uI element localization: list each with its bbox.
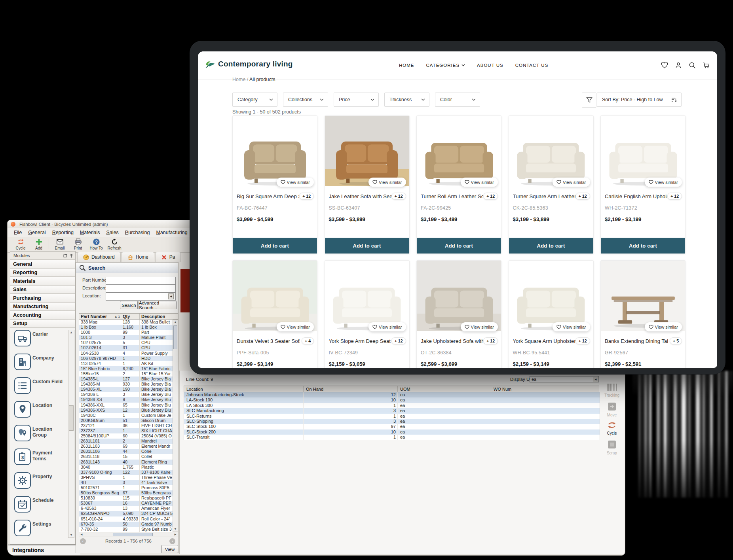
sidebar-item-location-group[interactable]: Location Group: [10, 425, 67, 445]
table-row[interactable]: 2631L103 69 Element Mandr: [79, 444, 173, 449]
view-similar-button[interactable]: View similar: [645, 322, 682, 331]
parts-vertical-scrollbar[interactable]: ▲ ▼: [173, 320, 178, 532]
table-row[interactable]: 101-3 3 Mature Plant -: [79, 335, 173, 340]
table-row[interactable]: 670-35 50 Grade 97 Numb: [79, 522, 173, 527]
table-row[interactable]: 19438C 1 Custom Bike Je: [79, 413, 173, 418]
table-row[interactable]: 651-010-24 4.93333 Roll Color - 24": [79, 516, 173, 522]
variant-count-badge[interactable]: + 12: [299, 193, 314, 200]
table-row[interactable]: 4IT 3 4" Tank Valve: [79, 480, 173, 485]
variant-count-badge[interactable]: + 4: [302, 337, 314, 344]
module-list-item[interactable]: General: [10, 260, 75, 269]
variant-count-badge[interactable]: + 12: [667, 193, 682, 200]
parts-table-header[interactable]: Part Number ▲ 1 Qty Description: [79, 313, 178, 320]
table-row[interactable]: 104-2538 4 Power Supply: [79, 351, 173, 356]
product-card[interactable]: View similar Turner Roll Arm Leather Sof…: [416, 115, 501, 254]
table-row[interactable]: 15Blue15 2 15" Blue 15 Yar: [79, 371, 173, 376]
advanced-search-button[interactable]: Advanced Search...: [139, 301, 177, 309]
table-row[interactable]: SLC-Transit 1 ea: [184, 435, 600, 440]
variant-count-badge[interactable]: + 12: [575, 193, 590, 200]
view-similar-button[interactable]: View similar: [553, 178, 590, 187]
menu-item[interactable]: File: [11, 230, 25, 235]
cycle-button[interactable]: Cycle: [601, 421, 623, 435]
product-title[interactable]: York Slope Arm Deep Seat Slipc...: [329, 338, 391, 344]
table-row[interactable]: 194386-XS 9 Bike Jersey Blu: [79, 397, 173, 402]
parts-horizontal-scrollbar[interactable]: ◄ ►: [79, 532, 178, 537]
tab-part[interactable]: Pa: [155, 252, 181, 262]
scroll-up-icon[interactable]: ▲: [68, 330, 74, 335]
scroll-down-icon[interactable]: ▼: [68, 533, 74, 537]
sidebar-item-property[interactable]: Property: [10, 472, 67, 493]
product-title[interactable]: Jake Upholstered Sofa with Sea...: [421, 338, 483, 344]
inventory-table-header[interactable]: Location On Hand UOM WO Num: [184, 386, 599, 392]
table-row[interactable]: SLC-Shipping 3 ea: [184, 419, 600, 424]
table-row[interactable]: 194385-XL 190 Bike Jersey Bla: [79, 387, 173, 392]
sidebar-item-carrier[interactable]: Carrier: [10, 330, 67, 350]
module-list-item[interactable]: Setup: [10, 320, 75, 328]
sidebar-item-schedule[interactable]: Schedule: [10, 496, 67, 516]
table-row[interactable]: 6-42563 13 American Flyer: [79, 506, 173, 511]
product-title[interactable]: York Square Arm Upholstered S...: [513, 338, 575, 344]
scrollbar-thumb[interactable]: [113, 533, 153, 536]
table-row[interactable]: 2631L143 40 Element Ring: [79, 460, 173, 465]
product-card[interactable]: View similar Jake Upholstered Sofa with …: [416, 260, 501, 368]
view-similar-button[interactable]: View similar: [553, 322, 590, 331]
variant-count-badge[interactable]: + 12: [391, 337, 406, 344]
scroll-right-icon[interactable]: ►: [173, 532, 178, 537]
table-row[interactable]: 510830 115 Realspace® PF: [79, 496, 173, 501]
pin-icon[interactable]: [69, 254, 74, 258]
view-similar-button[interactable]: View similar: [368, 178, 406, 187]
table-row[interactable]: 200KGDrum 51 Silicon Drum: [79, 418, 173, 423]
sidebar-item-settings[interactable]: Settings: [10, 520, 67, 540]
table-row[interactable]: 338 Mag 128 338 Mag Bullet: [79, 320, 173, 325]
table-row[interactable]: Johnson Manufacturing-Stock 12 ea: [184, 392, 600, 397]
table-row[interactable]: 194386-L 3 Bike Jersey Blu: [79, 392, 173, 397]
add-to-cart-button[interactable]: Add to cart: [509, 238, 593, 254]
table-row[interactable]: 194386-XXL 65 Bike Jersey Blu: [79, 403, 173, 408]
variant-count-badge[interactable]: + 12: [575, 337, 590, 344]
product-card[interactable]: View similar Banks Extending Dining Tabl…: [600, 260, 686, 368]
product-card[interactable]: View similar Turner Square Arm Leather S…: [509, 115, 594, 254]
view-similar-button[interactable]: View similar: [277, 178, 314, 187]
product-title[interactable]: Turner Roll Arm Leather Sofa: [421, 193, 483, 199]
product-card[interactable]: View similar York Square Arm Upholstered…: [509, 260, 594, 368]
records-next-button[interactable]: ›: [169, 538, 175, 544]
add-to-cart-button[interactable]: Add to cart: [417, 238, 501, 254]
variant-count-badge[interactable]: + 12: [483, 337, 498, 344]
module-list-item[interactable]: Accounting: [10, 311, 75, 320]
view-similar-button[interactable]: View similar: [461, 322, 498, 331]
module-list-item[interactable]: Purchasing: [10, 294, 75, 303]
module-list-item[interactable]: Materials: [10, 277, 75, 286]
print-button[interactable]: Print: [69, 238, 87, 250]
sidebar-item-custom-field[interactable]: Custom Field: [10, 377, 67, 398]
scrollbar-thumb[interactable]: [173, 325, 177, 349]
menu-item[interactable]: Purchasing: [122, 230, 153, 235]
product-title[interactable]: Jake Leather Sofa with Seadrift ...: [329, 193, 391, 199]
variant-count-badge[interactable]: + 5: [670, 337, 682, 344]
float-window-icon[interactable]: [63, 254, 68, 258]
add-to-cart-button[interactable]: Add to cart: [233, 238, 317, 254]
product-card[interactable]: View similar Big Sur Square Arm Deep Sea…: [232, 115, 317, 254]
table-row[interactable]: 102-02575 5 CPU: [79, 340, 173, 345]
part-number-input[interactable]: [106, 277, 176, 285]
add-to-cart-button[interactable]: Add to cart: [601, 238, 685, 254]
menu-item[interactable]: Sales: [103, 230, 122, 235]
product-card[interactable]: View similar Jake Leather Sofa with Sead…: [325, 115, 410, 254]
table-row[interactable]: LA-Stock 100 10 ea: [184, 397, 600, 403]
location-input[interactable]: [106, 293, 176, 301]
module-list-item[interactable]: Sales: [10, 286, 75, 294]
table-row[interactable]: 25084/9100UP 60 25084 (V085) O: [79, 433, 173, 439]
sidebar-item-location[interactable]: Location: [10, 401, 67, 422]
parts-table[interactable]: 338 Mag 128 338 Mag Bullet 1 lb Box 1,16…: [79, 320, 173, 532]
refresh-button[interactable]: Refresh: [105, 238, 123, 250]
table-row[interactable]: 3040 1,765 Plastic: [79, 465, 173, 470]
table-row[interactable]: 237121 36 FIVE LIGHT CH: [79, 423, 173, 428]
table-row[interactable]: SLC-Returns 1 ea: [184, 414, 600, 419]
menu-item[interactable]: Manufacturing: [153, 230, 190, 235]
modules-scrollbar[interactable]: ▲ ▼: [68, 330, 74, 538]
table-row[interactable]: 237237 1 SIX LIGHT CHA: [79, 428, 173, 433]
product-title[interactable]: Banks Extending Dining Table: [605, 338, 668, 344]
module-list-item[interactable]: Reporting: [10, 269, 75, 277]
table-row[interactable]: 1000 99 Part: [79, 330, 173, 335]
menu-item[interactable]: Reporting: [49, 230, 77, 235]
table-row[interactable]: 194385-M 930 Bike Jersey Bla: [79, 382, 173, 387]
